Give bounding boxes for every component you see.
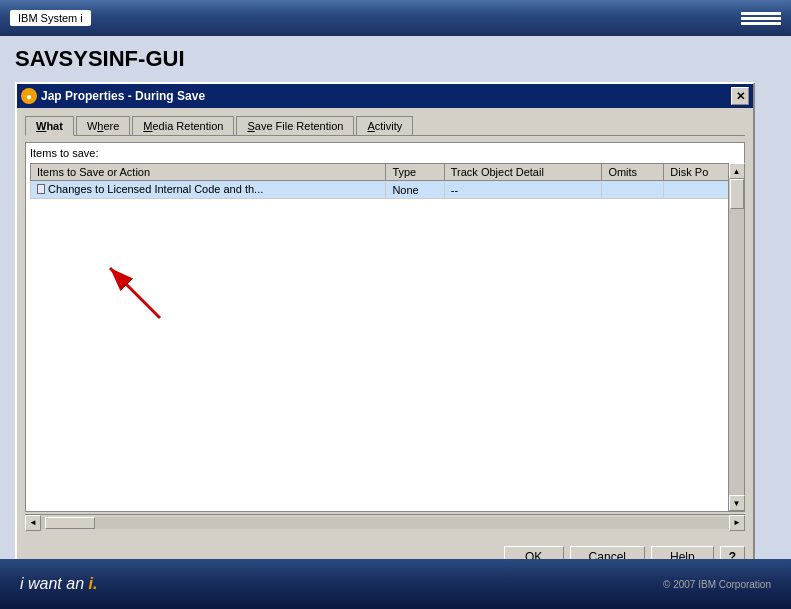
tab-activity[interactable]: Activity <box>356 116 413 135</box>
dialog-titlebar: ● Jap Properties - During Save ✕ <box>17 84 753 108</box>
h-scroll-thumb[interactable] <box>45 517 95 529</box>
dialog-title-text: Jap Properties - During Save <box>41 89 205 103</box>
i-want-text: i want an i. <box>20 575 97 593</box>
dialog-title-left: ● Jap Properties - During Save <box>21 88 205 104</box>
h-scroll-track[interactable] <box>41 517 729 529</box>
table-container: Items to Save or Action Type Track Objec… <box>30 163 740 507</box>
ibm-logo-stripe-1 <box>741 12 781 15</box>
dialog-close-button[interactable]: ✕ <box>731 87 749 105</box>
content-area: Items to save: Items to Save or Action T… <box>25 142 745 512</box>
cell-track: -- <box>444 181 602 199</box>
row-icon: Changes to Licensed Internal Code and th… <box>37 183 263 195</box>
vertical-scrollbar[interactable]: ▲ ▼ <box>728 163 744 511</box>
main-content: SAVSYSINF-GUI ● Jap Properties - During … <box>0 36 791 586</box>
col-header-track: Track Object Detail <box>444 164 602 181</box>
dialog-window: ● Jap Properties - During Save ✕ What Wh… <box>15 82 755 576</box>
table-row[interactable]: Changes to Licensed Internal Code and th… <box>31 181 740 199</box>
items-label: Items to save: <box>30 147 740 159</box>
i-want-prefix: i want an <box>20 575 88 592</box>
dialog-icon: ● <box>21 88 37 104</box>
horizontal-scrollbar[interactable]: ◄ ► <box>25 514 745 530</box>
col-header-items: Items to Save or Action <box>31 164 386 181</box>
cell-type: None <box>386 181 444 199</box>
i-want-highlight: i. <box>88 575 97 592</box>
tab-media-retention[interactable]: Media Retention <box>132 116 234 135</box>
arrow-annotation <box>85 243 175 323</box>
doc-icon <box>37 184 45 194</box>
ibm-logo-stripe-3 <box>741 22 781 25</box>
scroll-down-button[interactable]: ▼ <box>729 495 745 511</box>
ibm-system-i-label: IBM System i <box>10 10 91 26</box>
items-table: Items to Save or Action Type Track Objec… <box>30 163 740 199</box>
col-header-type: Type <box>386 164 444 181</box>
cell-action: Changes to Licensed Internal Code and th… <box>31 181 386 199</box>
copyright-text: © 2007 IBM Corporation <box>663 579 771 590</box>
svg-line-1 <box>110 268 160 318</box>
bottom-bar: i want an i. © 2007 IBM Corporation <box>0 559 791 609</box>
col-header-omits: Omits <box>602 164 664 181</box>
top-bar: IBM System i <box>0 0 791 36</box>
page-title: SAVSYSINF-GUI <box>15 46 776 72</box>
scroll-right-button[interactable]: ► <box>729 515 745 531</box>
scroll-up-button[interactable]: ▲ <box>729 163 745 179</box>
tab-what[interactable]: What <box>25 116 74 136</box>
scroll-track[interactable] <box>729 179 744 495</box>
tab-where[interactable]: Where <box>76 116 130 135</box>
dialog-body: What Where Media Retention Save File Ret… <box>17 108 753 538</box>
tab-save-file-retention[interactable]: Save File Retention <box>236 116 354 135</box>
scroll-left-button[interactable]: ◄ <box>25 515 41 531</box>
ibm-logo-stripe-2 <box>741 17 781 20</box>
ibm-logo <box>741 12 781 25</box>
scroll-thumb[interactable] <box>730 179 744 209</box>
cell-omits <box>602 181 664 199</box>
tab-bar: What Where Media Retention Save File Ret… <box>25 116 745 136</box>
